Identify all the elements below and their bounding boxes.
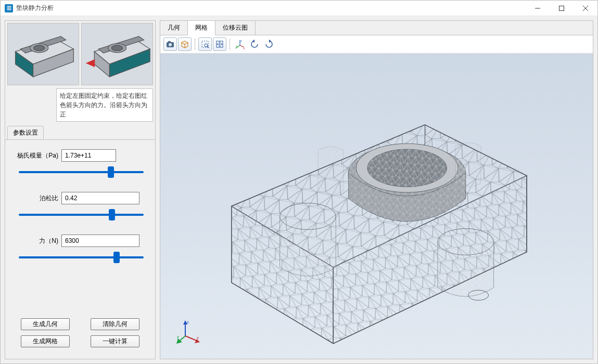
svg-point-44 — [367, 149, 447, 187]
generate-geometry-button[interactable]: 生成几何 — [21, 318, 70, 330]
rotate-cw-icon[interactable] — [262, 37, 276, 51]
fit-view-icon[interactable] — [213, 37, 226, 51]
youngs-modulus-slider[interactable] — [19, 171, 144, 173]
zoom-window-icon[interactable] — [198, 37, 212, 51]
maximize-button[interactable] — [550, 1, 574, 16]
thumbnail-force-arrow[interactable] — [81, 23, 153, 85]
svg-text:y: y — [177, 334, 179, 339]
svg-point-15 — [111, 45, 122, 51]
youngs-modulus-input[interactable] — [61, 149, 116, 162]
svg-line-21 — [207, 46, 209, 48]
generate-mesh-button[interactable]: 生成网格 — [21, 335, 70, 347]
axes-toggle-icon[interactable]: yzx — [233, 37, 247, 51]
svg-text:z: z — [187, 320, 189, 324]
clear-geometry-button[interactable]: 清除几何 — [91, 318, 139, 330]
bounds-icon[interactable] — [178, 37, 192, 51]
mesh-rendering — [160, 54, 593, 359]
tab-mesh[interactable]: 网格 — [188, 21, 215, 35]
svg-point-17 — [169, 43, 172, 46]
tab-displacement[interactable]: 位移云图 — [215, 21, 256, 35]
force-arrow-icon — [86, 59, 95, 68]
svg-text:y: y — [240, 39, 242, 42]
svg-text:x: x — [243, 47, 245, 49]
poisson-label: 泊松比 — [11, 194, 58, 203]
thumbnail-fixed-constraint[interactable] — [7, 23, 79, 85]
poisson-input[interactable] — [61, 192, 139, 204]
svg-rect-18 — [168, 41, 171, 43]
rotate-ccw-icon[interactable] — [248, 37, 261, 51]
svg-text:x: x — [197, 335, 199, 340]
viewport-3d[interactable]: z x y — [160, 54, 593, 359]
svg-rect-1 — [559, 6, 564, 10]
tab-parameters[interactable]: 参数设置 — [7, 126, 44, 139]
app-icon: ☰ — [5, 4, 13, 12]
svg-line-51 — [185, 336, 198, 341]
svg-point-9 — [34, 45, 45, 51]
youngs-modulus-label: 杨氏模量（Pa) — [11, 151, 58, 160]
screenshot-icon[interactable] — [163, 37, 177, 51]
poisson-slider[interactable] — [19, 214, 144, 216]
description-text: 给定左图固定约束，给定右图红色箭头方向的力。沿箭头方向为正 — [56, 88, 153, 122]
svg-marker-29 — [252, 40, 255, 43]
force-input[interactable] — [61, 235, 139, 247]
close-button[interactable] — [574, 1, 597, 16]
minimize-button[interactable] — [526, 1, 550, 16]
force-slider[interactable] — [19, 256, 144, 258]
force-label: 力（N) — [11, 237, 58, 245]
svg-marker-30 — [269, 40, 271, 43]
svg-text:z: z — [236, 45, 237, 48]
window-title: 垫块静力分析 — [16, 4, 526, 12]
compute-button[interactable]: 一键计算 — [91, 335, 139, 347]
axis-triad: z x y — [176, 318, 202, 344]
tab-geometry[interactable]: 几何 — [160, 21, 188, 35]
titlebar: ☰ 垫块静力分析 — [1, 1, 597, 16]
